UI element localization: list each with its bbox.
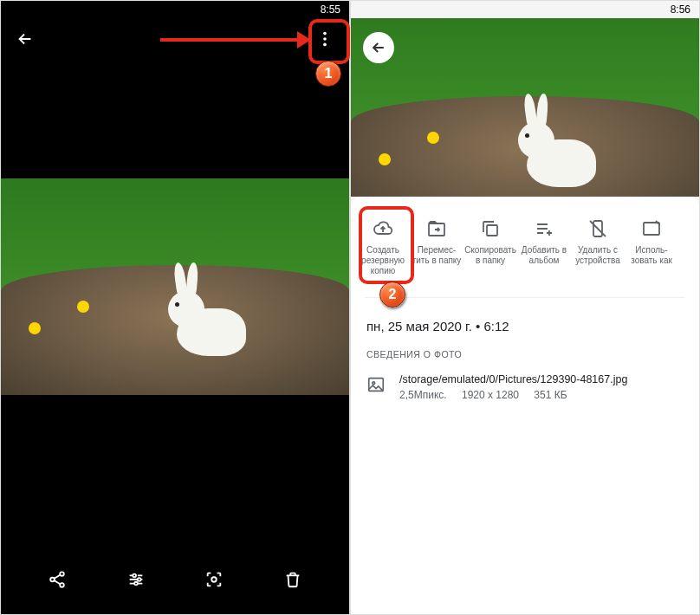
action-delete-from-device[interactable]: Удалить с устройства: [571, 212, 625, 282]
action-label: Скопиро­вать в папку: [464, 245, 516, 266]
photo-viewer-screen: 8:55: [0, 0, 350, 615]
details-section-title: СВЕДЕНИЯ О ФОТО: [351, 339, 699, 366]
edit-button[interactable]: [119, 562, 153, 597]
action-label: Ис­поль­зовать как: [625, 245, 677, 266]
svg-point-8: [134, 582, 138, 586]
photo-datetime: пн, 25 мая 2020 г. • 6:12: [351, 305, 699, 339]
svg-rect-11: [487, 225, 497, 236]
cloud-upload-icon: [372, 217, 394, 240]
svg-point-6: [133, 574, 136, 578]
action-add-to-album[interactable]: Добавить в альбом: [517, 212, 571, 282]
svg-point-0: [323, 32, 327, 36]
top-bar: [1, 18, 349, 60]
file-megapixels: 2,5Мпикс.: [399, 389, 447, 401]
share-button[interactable]: [40, 562, 75, 597]
svg-point-1: [323, 37, 327, 41]
image-icon: [366, 375, 386, 394]
actions-row: Создать резервную копию Перемес­тить в п…: [351, 209, 699, 290]
action-copy-to-folder[interactable]: Скопиро­вать в папку: [463, 212, 517, 282]
back-button[interactable]: [8, 22, 42, 56]
svg-point-15: [373, 382, 375, 385]
copy-icon: [479, 217, 502, 240]
status-bar: 8:56: [351, 1, 699, 18]
device-off-icon: [587, 217, 609, 240]
delete-button[interactable]: [275, 562, 310, 597]
svg-point-7: [138, 578, 141, 581]
action-label: Удалить с устройства: [572, 245, 624, 266]
action-label: Создать резервную копию: [357, 245, 409, 276]
svg-rect-13: [644, 223, 659, 235]
divider: [365, 297, 685, 298]
action-label: Перемес­тить в папку: [411, 245, 463, 266]
action-backup[interactable]: Создать резервную копию: [356, 212, 410, 282]
more-options-button[interactable]: [308, 22, 342, 56]
picture-icon: [640, 217, 663, 240]
folder-move-icon: [425, 217, 448, 240]
photo-display[interactable]: [1, 178, 349, 395]
svg-point-2: [323, 43, 327, 47]
file-dimensions: 1920 x 1280: [462, 389, 519, 401]
file-size: 351 КБ: [534, 389, 567, 401]
file-path: /storage/emulated/0/Pictures/129390-4816…: [399, 373, 684, 385]
status-time: 8:55: [321, 3, 340, 16]
details-sheet: Создать резервную копию Перемес­тить в п…: [351, 197, 699, 614]
action-move-to-folder[interactable]: Перемес­тить в папку: [410, 212, 463, 282]
bottom-action-bar: [1, 555, 349, 604]
svg-point-9: [212, 577, 217, 582]
action-label: Добавить в альбом: [518, 245, 570, 266]
photo-preview[interactable]: [351, 18, 699, 197]
photo-details-screen: 8:56: [350, 0, 700, 615]
back-button[interactable]: [363, 32, 394, 63]
lens-button[interactable]: [197, 562, 231, 597]
status-time: 8:56: [671, 3, 690, 16]
file-details-row: /storage/emulated/0/Pictures/129390-4816…: [351, 366, 699, 408]
file-meta: 2,5Мпикс. 1920 x 1280 351 КБ: [399, 389, 684, 401]
playlist-add-icon: [533, 217, 555, 240]
status-bar: 8:55: [1, 1, 349, 18]
action-use-as[interactable]: Ис­поль­зовать как: [625, 212, 678, 282]
